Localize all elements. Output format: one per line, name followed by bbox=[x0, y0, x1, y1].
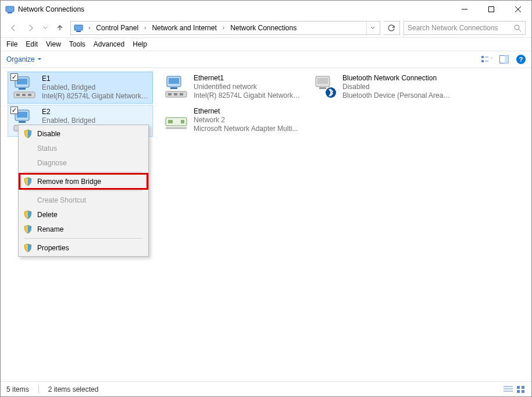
svg-line-9 bbox=[519, 29, 521, 31]
ctx-separator bbox=[24, 238, 142, 239]
svg-rect-29 bbox=[170, 87, 177, 89]
ctx-label: Rename bbox=[37, 225, 63, 233]
app-icon bbox=[5, 5, 15, 14]
ctx-disable[interactable]: Disable bbox=[20, 126, 147, 141]
svg-rect-3 bbox=[489, 7, 494, 12]
forward-button[interactable] bbox=[24, 21, 38, 35]
ctx-remove-from-bridge[interactable]: Remove from Bridge bbox=[20, 174, 147, 189]
maximize-button[interactable] bbox=[478, 1, 505, 18]
connection-status: Enabled, Bridged bbox=[42, 83, 149, 92]
connection-item[interactable]: Bluetooth Network Connection Disabled Bl… bbox=[309, 72, 454, 104]
view-options-button[interactable] bbox=[481, 54, 492, 65]
breadcrumb-item[interactable]: Control Panel bbox=[94, 24, 141, 32]
checkbox-icon[interactable]: ✓ bbox=[10, 73, 18, 81]
connection-device: Intel(R) 82574L Gigabit Network C... bbox=[194, 91, 302, 100]
organize-label: Organize bbox=[6, 55, 35, 63]
svg-rect-40 bbox=[319, 87, 326, 89]
ctx-diagnose[interactable]: Diagnose bbox=[20, 155, 147, 170]
ctx-label: Delete bbox=[37, 211, 58, 219]
bluetooth-icon bbox=[312, 74, 338, 100]
checkbox-icon[interactable]: ✓ bbox=[10, 107, 18, 114]
ctx-label: Properties bbox=[37, 244, 69, 252]
chevron-right-icon: › bbox=[142, 24, 148, 31]
connection-status: Unidentified network bbox=[194, 83, 302, 91]
ctx-separator bbox=[24, 172, 142, 172]
large-icons-view-button[interactable] bbox=[516, 385, 526, 394]
refresh-button[interactable] bbox=[384, 21, 400, 35]
address-dropdown[interactable] bbox=[366, 22, 379, 34]
back-button[interactable] bbox=[6, 21, 20, 35]
svg-rect-25 bbox=[19, 121, 26, 123]
connection-status: Disabled bbox=[342, 83, 451, 91]
ctx-label: Disable bbox=[37, 130, 60, 138]
connection-status: Enabled, Bridged bbox=[42, 116, 95, 125]
connection-device: Bluetooth Device (Personal Area ... bbox=[342, 91, 451, 100]
status-bar: 5 items 2 items selected bbox=[1, 381, 531, 396]
control-panel-icon bbox=[73, 23, 84, 33]
chevron-down-icon bbox=[37, 57, 42, 62]
menu-view[interactable]: View bbox=[46, 40, 61, 48]
svg-rect-17 bbox=[17, 79, 27, 84]
svg-rect-31 bbox=[168, 93, 172, 95]
help-button[interactable]: ? bbox=[516, 55, 526, 64]
preview-pane-button[interactable] bbox=[499, 54, 509, 65]
svg-rect-28 bbox=[169, 78, 179, 84]
menu-tools[interactable]: Tools bbox=[69, 40, 85, 48]
separator bbox=[38, 385, 39, 394]
menu-advanced[interactable]: Advanced bbox=[94, 40, 124, 48]
status-item-count: 5 items bbox=[6, 385, 29, 394]
svg-rect-35 bbox=[168, 120, 173, 123]
svg-rect-10 bbox=[481, 56, 484, 58]
svg-rect-45 bbox=[517, 386, 520, 389]
breadcrumb[interactable]: › Control Panel › Network and Internet ›… bbox=[70, 21, 380, 35]
shield-icon bbox=[23, 129, 33, 139]
svg-rect-36 bbox=[181, 120, 184, 123]
menu-file[interactable]: File bbox=[6, 40, 17, 48]
chevron-right-icon: › bbox=[86, 24, 92, 31]
connection-item[interactable]: Ethernet Network 2 Microsoft Network Ada… bbox=[160, 105, 305, 137]
ctx-label: Diagnose bbox=[37, 159, 67, 167]
ctx-rename[interactable]: Rename bbox=[20, 222, 147, 236]
ctx-label: Remove from Bridge bbox=[37, 178, 101, 186]
svg-rect-21 bbox=[22, 94, 26, 96]
menu-edit[interactable]: Edit bbox=[26, 40, 38, 48]
search-placeholder: Search Network Connections bbox=[408, 24, 513, 32]
ctx-status[interactable]: Status bbox=[20, 141, 147, 155]
svg-rect-15 bbox=[505, 56, 509, 63]
breadcrumb-item[interactable]: Network Connections bbox=[228, 24, 299, 32]
connection-device: Intel(R) 82574L Gigabit Network C... bbox=[42, 92, 149, 101]
ctx-delete[interactable]: Delete bbox=[20, 207, 147, 222]
svg-rect-20 bbox=[16, 94, 20, 96]
minimize-button[interactable] bbox=[451, 1, 478, 18]
close-button[interactable] bbox=[505, 1, 531, 18]
window-buttons bbox=[451, 1, 531, 18]
svg-rect-24 bbox=[17, 112, 27, 118]
ethernet-icon bbox=[163, 74, 189, 100]
menu-help[interactable]: Help bbox=[133, 40, 147, 48]
titlebar: Network Connections bbox=[1, 1, 531, 18]
ctx-properties[interactable]: Properties bbox=[20, 240, 147, 255]
connection-name: Ethernet bbox=[194, 107, 298, 116]
ctx-label: Create Shortcut bbox=[37, 196, 86, 204]
organize-button[interactable]: Organize bbox=[6, 55, 42, 63]
details-view-button[interactable] bbox=[504, 385, 513, 394]
context-menu: Disable Status Diagnose Remove from Brid… bbox=[18, 125, 149, 257]
breadcrumb-item[interactable]: Network and Internet bbox=[149, 24, 219, 32]
connection-device: Microsoft Network Adapter Multi... bbox=[194, 125, 298, 133]
svg-rect-18 bbox=[19, 88, 26, 90]
connection-item[interactable]: Ethernet1 Unidentified network Intel(R) … bbox=[160, 72, 305, 104]
chevron-right-icon: › bbox=[220, 24, 227, 31]
up-button[interactable] bbox=[53, 21, 67, 35]
svg-rect-33 bbox=[180, 93, 183, 95]
svg-rect-11 bbox=[481, 60, 484, 62]
connection-name: Ethernet1 bbox=[194, 74, 302, 83]
ctx-separator bbox=[24, 190, 142, 191]
svg-rect-22 bbox=[28, 94, 31, 96]
ctx-create-shortcut[interactable]: Create Shortcut bbox=[20, 193, 147, 207]
menu-bar: File Edit View Tools Advanced Help bbox=[1, 38, 531, 51]
connection-item[interactable]: ✓ E1 Enabled, Bridged Intel(R) 82574L Gi… bbox=[8, 72, 153, 104]
search-input[interactable]: Search Network Connections bbox=[404, 21, 526, 35]
search-icon bbox=[513, 24, 522, 32]
connection-status: Network 2 bbox=[194, 116, 298, 125]
recent-dropdown[interactable] bbox=[41, 21, 49, 35]
